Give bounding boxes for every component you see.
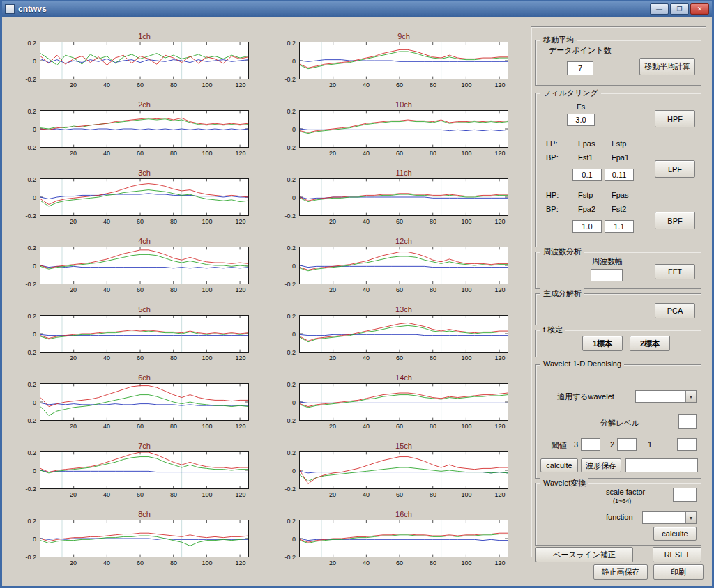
x-axis-labels: 20406080100120 [40,422,249,431]
chart-title: 10ch [299,100,508,110]
datapoints-input[interactable] [567,61,593,75]
x-tick-label: 20 [329,150,336,157]
x-axis-labels: 20406080100120 [299,559,508,567]
x-tick-label: 60 [137,218,144,225]
x-tick-label: 60 [137,150,144,157]
y-axis-labels: 0.20-0.2 [19,42,40,81]
y-tick-label: 0 [292,126,296,133]
x-tick-label: 40 [103,559,110,566]
series-green-line [300,467,508,481]
scale-factor-input[interactable] [673,488,697,502]
threshold-3-input[interactable] [581,438,600,451]
chart-plot [40,42,249,79]
frequency-width-input[interactable] [591,269,623,281]
hp-value1-input[interactable] [572,220,602,233]
x-tick-label: 120 [235,286,245,293]
y-tick-label: 0.2 [27,381,36,388]
x-tick-label: 80 [430,423,436,430]
denoise-calculate-button[interactable]: calculte [540,458,578,472]
y-tick-label: 0.2 [287,381,296,388]
function-select[interactable]: ▼ [642,511,697,524]
fs-label: Fs [577,102,585,111]
maximize-button[interactable]: ❐ [670,3,689,15]
decomposition-level-input[interactable] [678,414,697,429]
series-green-line [40,395,248,416]
window-title: cntwvs [18,4,47,14]
y-tick-label: 0.2 [27,40,36,47]
one-sample-button[interactable]: 1標本 [582,336,623,351]
hpf-button[interactable]: HPF [655,110,695,127]
x-tick-label: 80 [430,355,436,362]
threshold-2-input[interactable] [617,438,637,451]
bpf-button[interactable]: BPF [655,212,695,229]
x-tick-label: 20 [70,491,77,498]
series-red-line [300,457,508,484]
two-sample-button[interactable]: 2標本 [630,336,670,351]
x-tick-label: 80 [430,82,436,88]
baseline-correction-button[interactable]: ベースライン補正 [536,547,633,562]
decomposition-level-label: 分解レベル [600,418,639,428]
minimize-button[interactable]: — [650,3,669,15]
x-tick-label: 120 [235,423,245,430]
denoise-result-field[interactable] [625,458,698,472]
fs-input[interactable] [567,114,595,126]
x-tick-label: 120 [235,218,245,225]
y-axis-labels: 0.20-0.2 [278,247,299,286]
x-tick-label: 60 [396,559,403,566]
chart-15ch: 15ch0.20-0.220406080100120 [278,442,508,499]
wavelet-denoising-title: Wavelet 1-D Denoising [540,359,624,368]
y-tick-label: -0.2 [284,76,296,83]
chart-9ch: 9ch0.20-0.220406080100120 [278,32,508,89]
save-waveform-button[interactable]: 波形保存 [581,458,621,472]
x-tick-label: 80 [170,559,177,566]
chart-plot [299,383,508,421]
chart-plot [299,110,508,148]
save-still-image-button[interactable]: 静止画保存 [593,564,648,580]
y-tick-label: 0 [33,331,36,338]
print-button[interactable]: 印刷 [653,564,704,580]
hp-value2-input[interactable] [605,220,634,233]
x-tick-label: 120 [235,491,245,498]
y-axis-labels: 0.20-0.2 [19,451,40,490]
pca-button[interactable]: PCA [655,303,695,318]
transform-calculate-button[interactable]: calculte [653,527,697,541]
chart-title: 14ch [299,373,508,383]
x-tick-label: 60 [137,423,144,430]
y-tick-label: -0.2 [25,144,36,151]
series-blue-line [300,60,508,62]
chart-plot [299,247,508,284]
threshold-1-input[interactable] [677,438,697,451]
chart-plot [299,178,508,216]
fft-button[interactable]: FFT [655,264,695,279]
hp-label: HP: [546,191,559,199]
y-tick-label: 0.2 [287,40,296,47]
y-axis-labels: 0.20-0.2 [19,178,40,217]
wavelet-transform-group: Wavelet変換 scale factor (1~64) function ▼… [536,483,701,546]
wavelet-select[interactable]: ▼ [635,390,697,403]
y-tick-label: -0.2 [25,486,36,493]
moving-average-calc-button[interactable]: 移動平均計算 [639,58,695,75]
lp-value2-input[interactable] [605,169,634,181]
y-tick-label: 0.2 [27,313,36,320]
x-tick-label: 40 [363,82,370,88]
x-axis-labels: 20406080100120 [299,217,508,226]
y-axis-labels: 0.20-0.2 [19,383,40,422]
lp-value1-input[interactable] [572,169,602,181]
series-red-line [300,533,508,542]
x-tick-label: 100 [461,491,471,498]
close-button[interactable]: ✕ [690,3,709,15]
chart-title: 13ch [299,305,508,315]
chart-title: 7ch [40,442,249,451]
x-tick-label: 120 [235,150,245,157]
chart-2ch: 2ch0.20-0.220406080100120 [19,100,249,157]
x-axis-labels: 20406080100120 [40,217,249,226]
x-tick-label: 80 [430,218,436,225]
x-tick-label: 40 [103,423,110,430]
y-tick-label: 0 [292,467,296,474]
control-panel: 移動平均 データポイント数 移動平均計算 フィルタリング Fs HPF LP: … [531,26,706,557]
y-tick-label: 0.2 [287,108,296,115]
reset-button[interactable]: RESET [653,547,701,562]
lpf-button[interactable]: LPF [655,160,695,178]
x-tick-label: 20 [329,355,336,362]
x-tick-label: 80 [170,423,177,430]
